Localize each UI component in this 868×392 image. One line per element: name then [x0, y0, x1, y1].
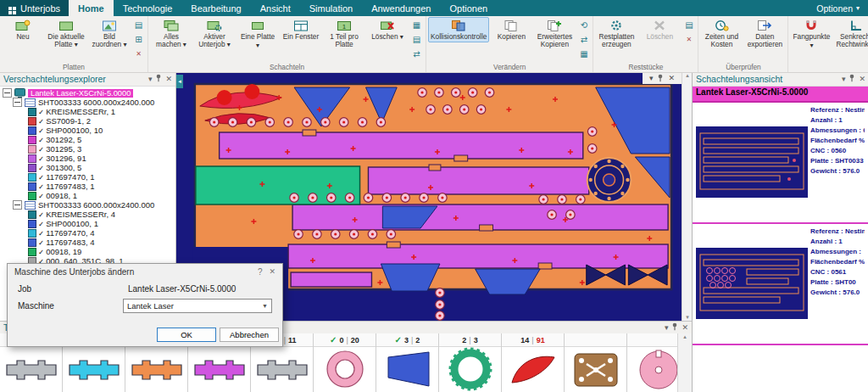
ribbon-button-daten-exportieren[interactable]: Daten exportieren — [743, 17, 786, 51]
pin-icon[interactable] — [657, 74, 664, 84]
tree-part-item[interactable]: 117697483, 1 — [0, 182, 175, 191]
close-icon[interactable]: ✕ — [269, 267, 275, 276]
rows-icon[interactable] — [131, 18, 146, 31]
ribbon-button-fangpunkte[interactable]: Fangpunkte ▾ — [790, 17, 832, 52]
tree-part-item[interactable]: KREISMESSERr, 1 — [0, 107, 175, 116]
grid-icon[interactable] — [409, 18, 424, 31]
scroll-down-icon[interactable]: ▾ — [686, 314, 689, 321]
scroll-up-icon[interactable]: ▴ — [683, 333, 687, 340]
tree-part-item[interactable]: 117697483, 4 — [0, 238, 175, 247]
chevron-down-icon[interactable]: ▾ — [842, 76, 846, 83]
tab-unterjobs[interactable]: Unterjobs — [0, 0, 69, 16]
ribbon-button-label: Senkrecht Rechtwinklig — [836, 33, 868, 49]
tree-part-item[interactable]: SHP000100, 10 — [0, 126, 175, 135]
chevron-down-icon[interactable]: ▾ — [665, 324, 669, 332]
plus-icon[interactable] — [131, 32, 146, 46]
machine-select[interactable]: Lantek Laser ▼ — [123, 299, 272, 313]
ribbon-button-ein-fenster[interactable]: Ein Fenster — [280, 17, 322, 42]
expand-icon[interactable] — [3, 88, 12, 98]
job-label: Job — [18, 284, 128, 294]
tree-part-item[interactable]: 117697470, 4 — [0, 228, 175, 238]
swap-icon[interactable] — [409, 47, 424, 60]
ribbon-button-alles-machen[interactable]: Alles machen ▾ — [150, 17, 192, 51]
pin-icon[interactable] — [849, 74, 855, 84]
ribbon-button-eine-platte[interactable]: Eine Platte ▾ — [236, 17, 279, 52]
tab-home[interactable]: Home — [69, 0, 114, 16]
close-icon[interactable]: ✕ — [682, 324, 688, 332]
ribbon-button-senkrecht-rechtwinklig[interactable]: Senkrecht Rechtwinklig — [833, 17, 868, 51]
chevron-down-icon[interactable]: ▾ — [649, 75, 654, 82]
ribbon-button-l-schen[interactable]: Löschen ▾ — [366, 17, 409, 43]
tree-part-item[interactable]: 117697470, 1 — [0, 172, 175, 182]
tree-root-item[interactable]: Lantek Laser-X5CrNi-5.0000 — [0, 88, 175, 98]
cancel-button[interactable]: Abbrechen — [220, 328, 279, 342]
part-tile-counts: 2|3 — [439, 333, 501, 347]
cross-icon[interactable] — [131, 47, 146, 60]
machine-title[interactable]: Lantek Laser-X5CrNi-5.0000 — [693, 87, 868, 103]
ribbon-button-zeiten-und-kosten[interactable]: Zeiten und Kosten — [700, 17, 743, 51]
scroll-up-icon[interactable]: ▴ — [686, 72, 689, 79]
ribbon-button-bild-zuordnen[interactable]: Bild zuordnen ▾ — [88, 17, 131, 51]
tree-plate-item[interactable]: SHT003333 6000.000x2400.000 — [0, 200, 175, 210]
tree-part-item[interactable]: 301295, 3 — [0, 144, 175, 154]
expand-icon[interactable] — [13, 200, 22, 210]
tab-technologie[interactable]: Technologie — [114, 0, 182, 16]
ribbon-button-restplatten-erzeugen[interactable]: Restplatten erzeugen — [595, 17, 637, 51]
ribbon-button-l-schen[interactable]: Löschen — [638, 17, 681, 42]
rows-icon[interactable] — [409, 32, 424, 46]
tab-ansicht[interactable]: Ansicht — [251, 0, 300, 16]
copy-adv-icon — [547, 19, 562, 32]
nesting-entry[interactable]: Referenz : NestinAnzahl : 1Abmessungen :… — [693, 103, 868, 224]
tree-part-item[interactable]: 00918, 19 — [0, 247, 175, 256]
expand-icon[interactable] — [13, 98, 22, 107]
part-tile[interactable]: 0|20 — [314, 333, 376, 392]
part-tile[interactable]: 14|91 — [502, 333, 565, 392]
cross-icon[interactable] — [682, 32, 696, 46]
close-icon[interactable]: ✕ — [668, 75, 675, 82]
ribbon-button-label: Restplatten erzeugen — [598, 33, 635, 49]
nesting-entry[interactable]: Referenz : NestinAnzahl : 1Abmessungen :… — [693, 224, 868, 345]
rows-icon[interactable] — [682, 18, 696, 31]
tree-part-label: 301295, 3 — [46, 144, 81, 154]
pin-icon[interactable] — [155, 74, 162, 84]
tree-part-item[interactable]: KREISMESSERr, 4 — [0, 210, 175, 219]
tree-part-label: SS7009-1, 2 — [46, 116, 91, 126]
swap-icon[interactable] — [576, 32, 591, 46]
chevron-down-icon[interactable]: ▾ — [148, 76, 153, 83]
part-tile[interactable] — [565, 333, 627, 392]
tree-plate-item[interactable]: SHT003333 6000.000x2400.000 — [0, 98, 175, 107]
ribbon-button-kopieren[interactable]: Kopieren — [490, 17, 532, 42]
tree-part-item[interactable]: SS7009-1, 2 — [0, 116, 175, 126]
ok-button[interactable]: OK — [157, 328, 216, 342]
ribbon-button-kollisionskontrolle[interactable]: Kollisionskontrolle — [428, 17, 489, 42]
tab-optionen[interactable]: Optionen — [440, 0, 497, 16]
tab-simulation[interactable]: Simulation — [300, 0, 362, 16]
pin-icon[interactable] — [671, 322, 678, 333]
tree-part-item[interactable]: 301296, 91 — [0, 154, 175, 163]
ribbon-button-erweitertes-kopieren[interactable]: Erweitertes Kopieren — [533, 17, 576, 51]
grid-icon[interactable] — [576, 47, 591, 60]
svg-text:1: 1 — [342, 23, 347, 31]
tree-part-item[interactable]: SHP000100, 1 — [0, 219, 175, 228]
part-tile[interactable]: 2|3 — [439, 333, 502, 392]
options-menu[interactable]: Optionen — [816, 3, 853, 14]
dialog-titlebar[interactable]: Maschine des Unterjobs ändern ? ✕ — [8, 264, 282, 279]
tree-part-item[interactable]: 301292, 5 — [0, 135, 175, 144]
close-icon[interactable]: ✕ — [165, 76, 172, 83]
help-button[interactable]: ? — [251, 267, 270, 277]
parts-scrollbar[interactable]: ▴ — [677, 333, 692, 392]
close-icon[interactable]: ✕ — [859, 76, 865, 83]
ribbon-button-die-aktuelle-platte[interactable]: Die aktuelle Platte ▾ — [45, 17, 87, 51]
tab-bearbeitung[interactable]: Bearbeitung — [181, 0, 250, 16]
ribbon-button-aktiver-unterjob[interactable]: Aktiver Unterjob ▾ — [193, 17, 236, 51]
ribbon-button-neu[interactable]: Neu — [2, 17, 44, 42]
image-icon — [102, 19, 117, 32]
part-tile[interactable]: 3|2 — [376, 333, 439, 392]
part-tile[interactable] — [627, 333, 678, 392]
tree-part-item[interactable]: 00918, 1 — [0, 191, 175, 200]
tab-anwendungen[interactable]: Anwendungen — [362, 0, 440, 16]
collapse-explorer-button[interactable]: ◂ — [176, 75, 183, 88]
ribbon-button-1-teil-pro-platte[interactable]: 11 Teil pro Platte — [323, 17, 365, 51]
rotate-icon[interactable] — [576, 18, 591, 31]
tree-part-item[interactable]: 301300, 5 — [0, 163, 175, 172]
